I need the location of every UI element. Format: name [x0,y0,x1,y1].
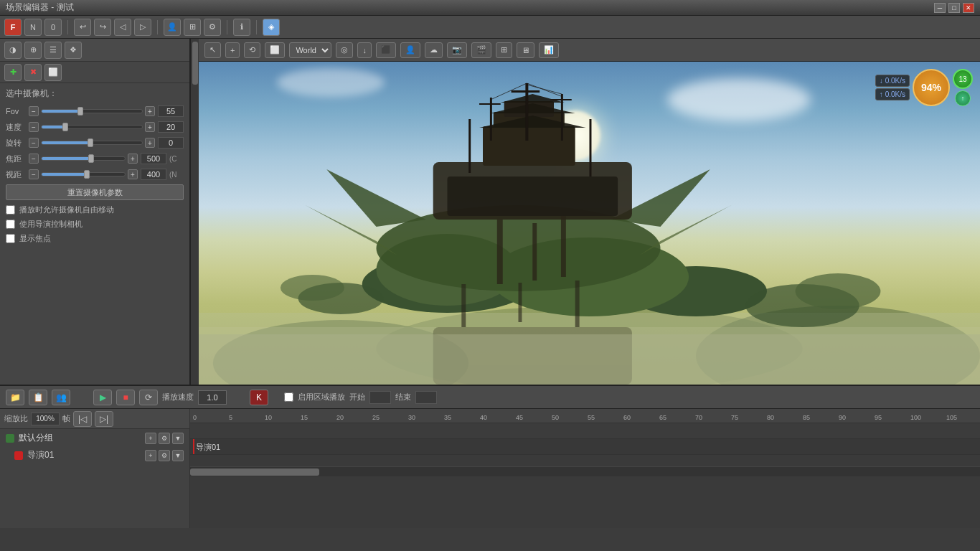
reset-camera-button[interactable]: 重置摄像机参数 [6,184,184,200]
undo-button[interactable]: ↩ [74,19,91,36]
people-button[interactable]: 👤 [164,19,181,36]
minimize-button[interactable]: ─ [934,3,946,13]
timeline-people-button[interactable]: 👥 [52,390,70,405]
character-btn[interactable]: 👤 [400,42,420,58]
timeline-right[interactable]: 0 5 10 15 20 25 30 35 40 45 50 55 60 65 [190,409,980,528]
orbit-tool[interactable]: ◎ [336,42,353,58]
speed-minus[interactable]: − [29,122,39,132]
scrollbar-thumb[interactable] [190,468,319,476]
object-btn[interactable]: ⬛ [376,42,396,58]
info-button[interactable]: ℹ [233,19,250,36]
scale-tool[interactable]: ⬜ [265,42,285,58]
left-scrollbar[interactable] [190,39,199,385]
timeline-scrollbar[interactable] [190,466,980,476]
end-input[interactable] [415,391,437,404]
rotate-tool[interactable]: ⟲ [244,42,260,58]
monitor-btn[interactable]: 🖥 [517,42,534,58]
create-button[interactable]: ✚ [4,64,22,81]
render-btn[interactable]: 🎬 [471,42,491,58]
import-button[interactable]: ⬜ [44,64,62,81]
viewport[interactable]: ↓ 0.0K/s ↑ 0.0K/s 94% 13 [199,62,980,385]
view-track[interactable] [41,172,126,176]
svg-rect-23 [561,94,563,141]
hierarchy-button[interactable]: ❖ [65,42,82,59]
file-button[interactable]: F [4,19,22,36]
weather-btn[interactable]: ☁ [425,42,443,58]
speed-value[interactable]: 20 [158,121,184,133]
rotation-value[interactable]: 0 [158,137,184,149]
focus-checkbox[interactable] [6,234,15,243]
director-settings-btn[interactable]: ⚙ [159,450,170,461]
speed-track[interactable] [41,125,143,129]
fov-minus[interactable]: − [29,106,39,116]
rotation-plus[interactable]: + [145,138,155,148]
timeline-copy-button[interactable]: 📋 [29,390,47,405]
view-value[interactable]: 400 [141,169,166,180]
graph-btn[interactable]: 📊 [539,42,559,58]
move-tool[interactable]: + [225,42,240,58]
fov-value[interactable]: 55 [158,105,184,117]
director-collapse-btn[interactable]: ▼ [172,450,184,461]
next-button[interactable]: ▷ [134,19,151,36]
fov-track[interactable] [41,109,143,113]
zoom-input[interactable] [31,413,60,425]
add-button[interactable]: ⊕ [24,42,42,59]
counter-button[interactable]: 0 [44,19,62,36]
redo-button[interactable]: ↪ [94,19,111,36]
focal-plus[interactable]: + [128,154,138,164]
special-button[interactable]: ◈ [263,19,280,36]
focal-extra: (C [169,155,184,163]
grid-btn[interactable]: ⊞ [496,42,512,58]
view-plus[interactable]: + [128,169,138,179]
fov-plus[interactable]: + [145,106,155,116]
delete-button[interactable]: ✖ [24,64,42,81]
close-button[interactable]: ✕ [963,3,974,13]
camera-btn[interactable]: 📷 [447,42,467,58]
region-play-checkbox[interactable] [284,392,293,402]
free-move-checkbox[interactable] [6,205,15,215]
director-item-buttons: + ⚙ ▼ [145,450,184,461]
settings-button[interactable]: ⚙ [204,19,221,36]
default-group-name: 默认分组 [19,432,53,444]
start-input[interactable] [369,391,391,404]
director-checkbox[interactable] [6,220,15,229]
left-scroll-thumb[interactable] [192,42,198,85]
keyframe-button[interactable]: K [250,390,268,405]
focal-track[interactable] [41,156,126,161]
rotation-minus[interactable]: − [29,138,39,148]
play-button[interactable]: ▶ [93,390,112,405]
focal-value[interactable]: 500 [141,153,166,164]
group-add-btn[interactable]: + [145,433,156,444]
loop-button[interactable]: ⟳ [139,390,158,405]
speed-display: ↓ 0.0K/s [875,75,910,87]
cursor-tool[interactable]: ↖ [204,42,221,58]
group-collapse-btn[interactable]: ▼ [172,433,184,444]
titlebar: 场景编辑器 - 测试 ─ □ ✕ [0,0,980,16]
maximize-button[interactable]: □ [948,3,960,13]
view-minus[interactable]: − [29,169,39,179]
view-label: 视距 [6,169,26,180]
counter-circle: 13 [953,69,973,89]
focal-minus[interactable]: − [29,154,39,164]
speed-plus[interactable]: + [145,122,155,132]
grid-button[interactable]: ⊞ [184,19,201,36]
toolbar-sep-1 [67,20,68,34]
director-add-btn[interactable]: + [145,450,156,461]
new-button[interactable]: N [24,19,42,36]
end-label: 结束 [395,392,411,402]
group-settings-btn[interactable]: ⚙ [159,433,170,444]
scene-button[interactable]: ◑ [4,42,22,59]
download-tool[interactable]: ↓ [357,42,372,58]
prev-button[interactable]: ◁ [114,19,131,36]
stop-button[interactable]: ■ [116,390,135,405]
timeline-add-button[interactable]: 📁 [6,390,24,405]
goto-start-button[interactable]: |◁ [73,411,92,427]
list-button[interactable]: ☰ [44,42,62,59]
viewport-area: ↖ + ⟲ ⬜ World Local ◎ ↓ ⬛ 👤 ☁ 📷 🎬 ⊞ 🖥 📊 [199,39,980,385]
start-label: 开始 [349,392,365,402]
speed-label: 播放速度 [162,392,194,402]
coordinate-select[interactable]: World Local [289,42,331,58]
rotation-track[interactable] [41,141,143,145]
speed-input[interactable] [198,390,227,405]
goto-end-button[interactable]: ▷| [95,411,113,427]
